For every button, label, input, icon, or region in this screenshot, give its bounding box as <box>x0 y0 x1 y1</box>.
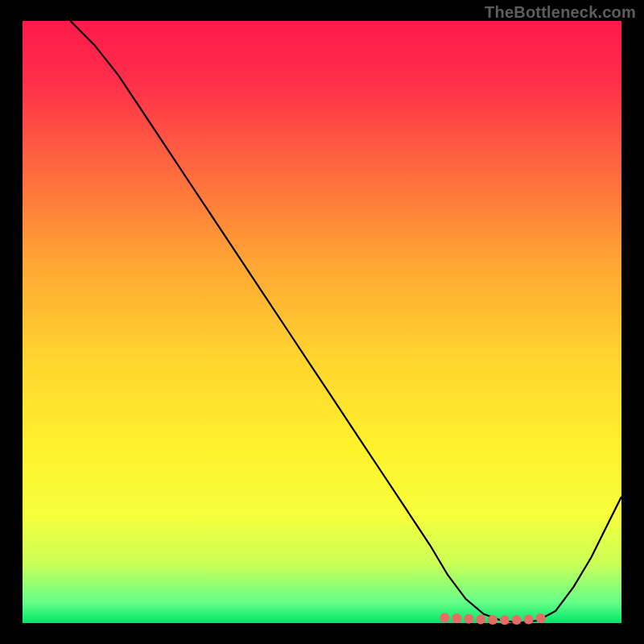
attribution-text: TheBottleneck.com <box>485 3 636 22</box>
optimal-dot <box>524 615 534 625</box>
bottleneck-chart <box>0 0 644 644</box>
optimal-dot <box>488 615 497 625</box>
optimal-dot <box>452 613 461 623</box>
plot-background <box>23 21 621 623</box>
optimal-dot <box>500 615 510 625</box>
optimal-dot <box>536 613 546 623</box>
optimal-dot <box>440 613 450 622</box>
optimal-dot <box>476 615 485 625</box>
optimal-dot <box>464 614 473 624</box>
optimal-dot <box>512 615 522 625</box>
